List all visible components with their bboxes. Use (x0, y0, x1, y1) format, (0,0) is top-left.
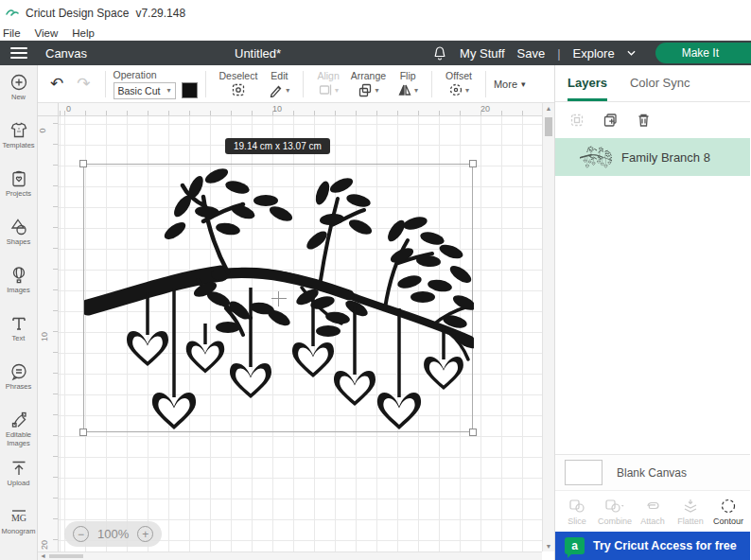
canvas-breadcrumb[interactable]: Canvas (45, 46, 87, 61)
vector-pen-icon (9, 411, 28, 429)
vertical-ruler: 0 10 20 (38, 116, 59, 551)
my-stuff-link[interactable]: My Stuff (460, 46, 504, 61)
shapes-icon (9, 218, 28, 236)
menu-help[interactable]: Help (72, 27, 95, 39)
resize-handle-bottom-left[interactable] (79, 429, 87, 436)
cricut-access-icon: a (565, 537, 585, 554)
blank-canvas-thumbnail (565, 460, 603, 485)
align-button[interactable]: Align ▾ (311, 70, 344, 98)
cricut-access-banner[interactable]: a Try Cricut Access for free (555, 532, 750, 560)
sidebar-item-monogram[interactable]: MG Monogram (0, 507, 38, 555)
caret-down-icon: ▾ (286, 86, 289, 95)
app-title: Cricut Design Space (26, 7, 129, 20)
menu-file[interactable]: File (3, 27, 21, 39)
sidebar-item-templates[interactable]: Templates (0, 121, 38, 169)
scroll-up-icon[interactable]: ▲ (543, 105, 554, 112)
undo-button[interactable]: ↶ (44, 74, 70, 94)
offset-button[interactable]: Offset ▾ (440, 70, 478, 98)
duplicate-icon (603, 113, 619, 128)
group-select-button[interactable] (569, 113, 585, 128)
contour-button[interactable]: Contour (709, 493, 747, 530)
vertical-scroll-thumb[interactable] (545, 117, 552, 136)
delete-layer-button[interactable] (637, 113, 651, 128)
duplicate-layer-button[interactable] (603, 113, 619, 128)
resize-handle-top-right[interactable] (469, 160, 477, 167)
save-link[interactable]: Save (517, 46, 546, 61)
blank-canvas-label: Blank Canvas (617, 466, 687, 480)
tab-layers[interactable]: Layers (568, 76, 607, 101)
sidebar-item-shapes[interactable]: Shapes (0, 218, 38, 266)
flatten-button[interactable]: Flatten (672, 493, 709, 530)
selection-center-handle (278, 291, 279, 306)
horizontal-scroll-thumb[interactable] (49, 554, 83, 558)
flip-icon (397, 82, 412, 97)
attach-button[interactable]: Attach (634, 493, 672, 530)
layer-name: Family Branch 8 (621, 150, 710, 165)
sidebar-item-phrases[interactable]: Phrases (0, 362, 38, 411)
zoom-in-button[interactable]: + (137, 526, 153, 542)
make-it-button[interactable]: Make It (655, 43, 751, 63)
horizontal-ruler: 0 10 20 (59, 103, 542, 116)
slice-button[interactable]: Slice (558, 493, 596, 530)
caret-down-icon: ▾ (414, 86, 418, 95)
flatten-icon (681, 498, 700, 515)
operation-field: Operation Basic Cut▾ (114, 69, 198, 99)
color-swatch[interactable] (182, 82, 198, 98)
scroll-down-icon[interactable]: ▼ (543, 543, 554, 550)
tshirt-icon (9, 121, 28, 140)
canvas-viewport[interactable]: 0 10 20 0 10 20 19.14 cm x 13.07 cm (38, 103, 554, 560)
edit-button[interactable]: Edit ▾ (263, 70, 295, 98)
align-icon (318, 82, 333, 97)
selection-bounding-box[interactable] (83, 164, 473, 432)
caret-down-icon: ▾ (335, 86, 339, 95)
flip-button[interactable]: Flip ▾ (392, 70, 424, 98)
hamburger-menu-icon[interactable] (0, 41, 38, 65)
resize-handle-bottom-right[interactable] (469, 429, 477, 436)
sidebar-item-images[interactable]: Images (0, 266, 38, 314)
document-title[interactable]: Untitled* (235, 46, 281, 61)
menu-view[interactable]: View (35, 27, 59, 39)
scroll-left-icon[interactable]: ◄ (40, 552, 46, 559)
tab-color-sync[interactable]: Color Sync (630, 76, 690, 101)
explore-menu[interactable]: Explore (573, 46, 615, 61)
redo-button[interactable]: ↷ (70, 74, 96, 94)
zoom-level: 100% (97, 527, 129, 541)
layers-panel: Layers Color Sync Family Branch 8 Blank … (554, 65, 750, 560)
panel-tabs: Layers Color Sync (555, 65, 750, 102)
cricut-logo-icon (6, 8, 19, 19)
vertical-scrollbar[interactable]: ▲ ▼ (542, 103, 554, 551)
caret-down-icon: ▾ (465, 86, 469, 95)
arrange-layers-icon (358, 82, 373, 97)
deselect-icon (231, 82, 246, 97)
horizontal-scrollbar[interactable]: ◄ (38, 551, 542, 560)
more-button[interactable]: More▾ (494, 79, 526, 90)
sidebar-item-projects[interactable]: Projects (0, 169, 38, 218)
pencil-icon (269, 82, 284, 97)
plus-circle-icon (9, 73, 28, 92)
chevron-down-icon[interactable] (627, 50, 636, 56)
blank-canvas-row[interactable]: Blank Canvas (555, 454, 750, 490)
zoom-out-button[interactable]: − (73, 526, 89, 542)
selection-center-handle (271, 298, 287, 299)
resize-handle-top-left[interactable] (79, 160, 87, 167)
select-layers-icon (569, 113, 585, 128)
upload-arrow-icon (9, 459, 28, 478)
header-divider: | (557, 46, 560, 61)
combine-button[interactable]: Combine (596, 493, 634, 530)
sidebar-item-upload[interactable]: Upload (0, 459, 38, 507)
speech-bubble-icon (9, 362, 28, 381)
sidebar-item-text[interactable]: Text (0, 314, 38, 362)
sidebar-item-editable-images[interactable]: Editable Images (0, 411, 38, 459)
operation-label: Operation (114, 69, 198, 80)
monogram-icon: MG (9, 507, 28, 526)
sidebar-item-new[interactable]: New (0, 73, 38, 121)
design-family-branch[interactable] (84, 165, 474, 433)
operation-select[interactable]: Basic Cut▾ (114, 82, 176, 99)
notifications-bell-icon[interactable] (432, 45, 447, 61)
caret-down-icon: ▾ (521, 79, 526, 89)
combine-icon (603, 498, 626, 515)
deselect-button[interactable]: Deselect (214, 70, 264, 98)
arrange-button[interactable]: Arrange ▾ (345, 70, 392, 98)
layer-row-family-branch[interactable]: Family Branch 8 (555, 138, 750, 176)
caret-down-icon: ▾ (166, 86, 170, 95)
